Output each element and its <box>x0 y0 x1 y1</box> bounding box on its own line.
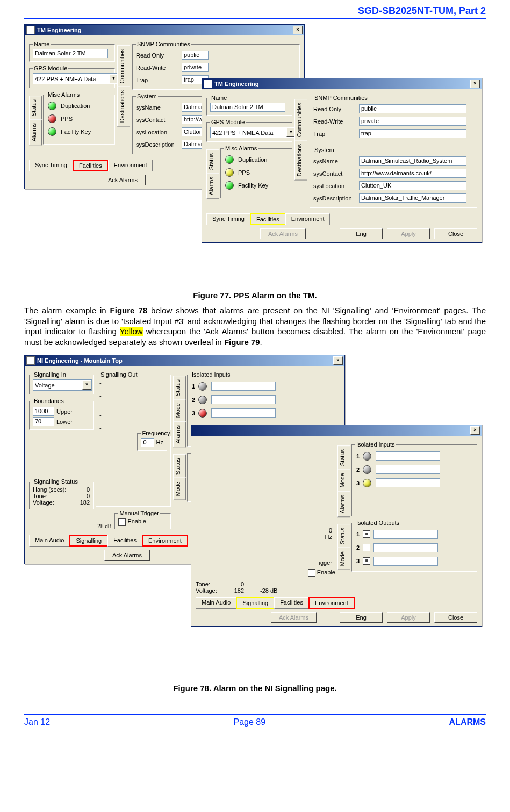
tab-status[interactable]: Status <box>29 96 42 120</box>
tab-destinations[interactable]: Destinations <box>294 140 307 181</box>
lower-input[interactable]: 70 <box>33 417 54 426</box>
enable-checkbox[interactable] <box>118 518 126 526</box>
titlebar[interactable]: TM Engineering × <box>202 78 482 89</box>
tab-communities[interactable]: Communities <box>294 99 307 141</box>
tab-sync-timing[interactable]: Sync Timing <box>206 213 250 225</box>
titlebar[interactable]: TM Engineering × <box>25 25 304 35</box>
iso-in-2-input[interactable] <box>211 395 276 404</box>
tab-environment[interactable]: Environment <box>108 160 153 171</box>
tab-status[interactable]: Status <box>173 454 186 478</box>
iso-in-1-input[interactable] <box>211 382 276 391</box>
hang-value: 0 <box>87 486 90 493</box>
iso-out-2-checkbox[interactable] <box>363 544 370 551</box>
name-input[interactable]: Dalman Solar 2 TM <box>33 49 108 58</box>
misc-label: Misc Alarms <box>47 91 81 98</box>
voltage-value: 182 <box>234 587 244 594</box>
titlebar[interactable]: NI Engineering - Mountain Top × <box>25 355 344 366</box>
tab-main-audio[interactable]: Main Audio <box>29 535 70 547</box>
tab-environment[interactable]: Environment <box>285 213 331 225</box>
tab-sync-timing[interactable]: Sync Timing <box>29 160 73 171</box>
ack-alarms-button[interactable]: Ack Alarms <box>104 550 150 561</box>
tab-facilities[interactable]: Facilities <box>250 213 286 225</box>
tab-alarms[interactable]: Alarms <box>337 491 350 517</box>
readonly-input[interactable]: public <box>359 104 466 113</box>
titlebar[interactable]: × <box>191 425 482 436</box>
eng-button[interactable]: Eng <box>340 228 383 239</box>
close-button[interactable]: Close <box>434 612 477 623</box>
tab-mode[interactable]: Mode <box>173 399 186 422</box>
syslocation-input[interactable]: Clutton_UK <box>359 181 466 190</box>
close-icon[interactable]: × <box>293 26 303 34</box>
db-label: -28 dB <box>96 523 111 529</box>
led-grey-icon <box>363 452 371 461</box>
tab-alarms[interactable]: Alarms <box>173 421 186 447</box>
tab-mode[interactable]: Mode <box>173 478 186 500</box>
tab-facilities[interactable]: Facilities <box>274 597 309 609</box>
tab-environment[interactable]: Environment <box>308 597 355 609</box>
tab-environment[interactable]: Environment <box>142 535 188 547</box>
voltage-select[interactable]: Voltage▼ <box>33 379 92 391</box>
readonly-label: Read Only <box>313 106 354 112</box>
tab-status[interactable]: Status <box>206 149 219 174</box>
close-button[interactable]: Close <box>434 228 477 239</box>
tab-status[interactable]: Status <box>173 376 186 400</box>
gps-select[interactable]: 422 PPS + NMEA Data▼ <box>33 73 119 84</box>
upper-input[interactable]: 1000 <box>33 407 54 416</box>
trap-input[interactable]: trap <box>359 129 466 138</box>
iso-in-3-input[interactable] <box>211 408 276 418</box>
apply-button: Apply <box>387 228 430 239</box>
voltage-value: 182 <box>80 499 90 506</box>
iso-out-2: 2 <box>355 541 473 555</box>
mtrig-label: Manual Trigger <box>118 510 160 516</box>
isoin-label: Isolated Inputs <box>355 441 396 448</box>
iso-out-1-input[interactable] <box>373 530 438 539</box>
sysdescription-input[interactable]: Dalman_Solar_Traffic_Manager <box>359 193 466 203</box>
tab-mode[interactable]: Mode <box>337 469 350 492</box>
iso-out-3-checkbox[interactable] <box>363 557 370 565</box>
close-icon[interactable]: × <box>470 426 480 435</box>
freq-input[interactable]: 0 <box>141 438 154 447</box>
readonly-input[interactable]: public <box>182 51 209 60</box>
readwrite-input[interactable]: private <box>359 117 466 126</box>
name-input[interactable]: Dalman Solar 2 TM <box>210 103 285 112</box>
tab-facilities[interactable]: Facilities <box>107 535 142 547</box>
isoout-label: Isolated Outputs <box>355 520 400 526</box>
figure-77: TM Engineering × Name Dalman Solar 2 TM … <box>24 24 486 290</box>
close-icon[interactable]: × <box>470 80 480 88</box>
iso-out-1-checkbox[interactable] <box>363 530 370 538</box>
close-icon[interactable]: × <box>333 356 343 365</box>
readwrite-input[interactable]: private <box>182 63 209 72</box>
tab-signalling[interactable]: Signalling <box>69 535 108 547</box>
tab-alarms[interactable]: Alarms <box>29 119 42 145</box>
syscontact-input[interactable]: http://www.dalmants.co.uk/ <box>359 169 466 178</box>
gps-select[interactable]: 422 PPS + NMEA Data▼ <box>210 127 296 138</box>
tab-destinations[interactable]: Destinations <box>117 87 130 127</box>
tab-mode[interactable]: Mode <box>337 548 350 570</box>
snmp-label: SNMP Communities <box>136 41 191 47</box>
iso-out-2-input[interactable] <box>373 543 438 552</box>
chevron-down-icon[interactable]: ▼ <box>82 380 91 390</box>
iso-in-2-input[interactable] <box>376 465 440 474</box>
led-grey-icon <box>198 396 207 404</box>
tab-facilities[interactable]: Facilities <box>73 160 109 171</box>
iso-out-3-input[interactable] <box>373 557 438 566</box>
tab-communities[interactable]: Communities <box>117 45 130 87</box>
iso-in-1-input[interactable] <box>376 451 440 461</box>
footer-date: Jan 12 <box>24 717 50 727</box>
tab-signalling[interactable]: Signalling <box>236 597 275 609</box>
eng-button[interactable]: Eng <box>340 612 383 623</box>
tab-status[interactable]: Status <box>337 445 350 470</box>
enable-checkbox[interactable] <box>308 569 315 577</box>
misc-label: Misc Alarms <box>224 145 258 152</box>
ni-window-front: × 0Hz igger Enable StatusModeAlarms Isol… <box>191 425 482 627</box>
ack-alarms-button[interactable]: Ack Alarms <box>100 175 146 185</box>
iso-in-3-input[interactable] <box>376 478 440 487</box>
iso-in-2: 2 <box>355 463 473 476</box>
sysname-input[interactable]: Dalman_Simulcast_Radio_System <box>359 156 466 166</box>
body-paragraph: The alarm example in Figure 78 below sho… <box>24 305 486 347</box>
app-icon <box>26 356 35 365</box>
tab-status[interactable]: Status <box>337 524 350 548</box>
tab-alarms[interactable]: Alarms <box>206 173 219 199</box>
voltage-label: Voltage: <box>33 499 54 506</box>
tab-main-audio[interactable]: Main Audio <box>196 597 236 609</box>
